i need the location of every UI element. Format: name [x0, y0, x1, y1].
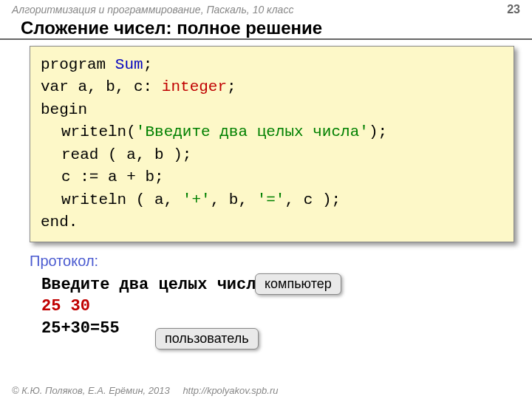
code-line: c := a + b;	[41, 166, 503, 188]
code-line: read ( a, b );	[41, 144, 503, 166]
footer-url: http://kpolyakov.spb.ru	[183, 385, 278, 396]
user-input: 25 30	[41, 296, 532, 318]
copyright: © К.Ю. Поляков, Е.А. Ерёмин, 2013	[12, 385, 170, 396]
breadcrumb: Алгоритмизация и программирование, Паска…	[12, 4, 293, 16]
callout-computer: компьютер	[255, 273, 341, 295]
code-line: var a, b, c: integer;	[41, 76, 503, 98]
slide-header: Алгоритмизация и программирование, Паска…	[0, 0, 532, 16]
page-number: 23	[507, 3, 520, 16]
code-block: program Sum; var a, b, c: integer; begin…	[30, 46, 514, 242]
output-result: 25+30=55	[41, 318, 532, 340]
protocol-label: Протокол:	[30, 253, 532, 270]
code-line: writeln('Введите два целых числа');	[41, 121, 503, 143]
code-line: end.	[41, 211, 503, 233]
slide-footer: © К.Ю. Поляков, Е.А. Ерёмин, 2013 http:/…	[12, 385, 278, 396]
code-line: begin	[41, 99, 503, 121]
callout-user: пользователь	[155, 328, 259, 349]
code-line: writeln ( a, '+', b, '=', c );	[41, 189, 503, 211]
code-line: program Sum;	[41, 54, 503, 76]
slide-title: Сложение чисел: полное решение	[0, 16, 532, 40]
